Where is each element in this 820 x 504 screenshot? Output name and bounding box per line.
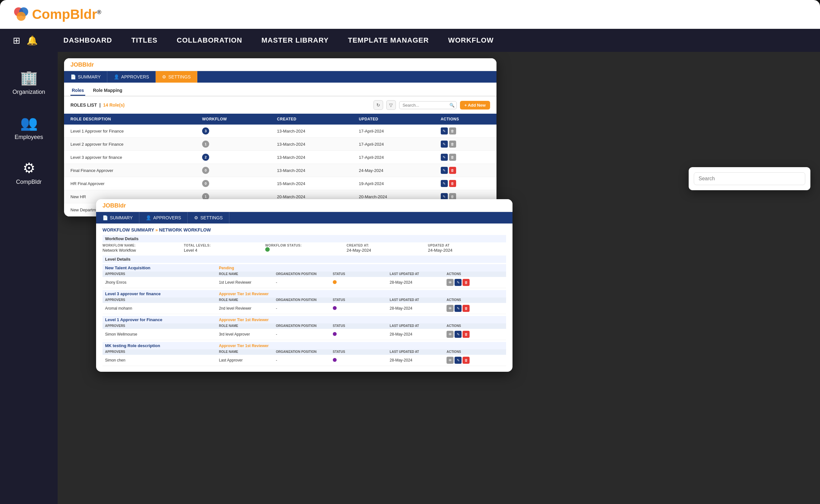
workflow-name-label: WORKFLOW NAME: [102,244,181,247]
tab-settings-label-1: SETTINGS [168,74,191,79]
sub-tabs-1: Roles Role Mapping [64,83,497,96]
nav-master-library[interactable]: MASTER LIBRARY [261,36,329,45]
jobbldr-suffix-2: Bldr [114,202,126,209]
nav-titles[interactable]: TITLES [131,36,158,45]
search-icon: 🔍 [450,103,455,108]
levels-container: New Talent Acquisition Pending APPROVERS… [102,264,506,366]
edit-button[interactable]: ✎ [441,127,448,134]
cell-updated: 24-May-2024 [352,164,434,177]
level-edit-button[interactable]: ✎ [455,305,462,312]
cell-role: Level 2 approver for Finance [64,138,196,151]
employees-icon: 👥 [20,115,38,131]
level-status: Approver Tier 1st Reviewer [219,344,276,348]
level-org-pos: - [276,306,333,311]
tab-settings-2[interactable]: ⚙ SETTINGS [188,212,229,224]
edit-button[interactable]: ✎ [441,180,448,187]
breadcrumb: WORKFLOW SUMMARY » NETWORK WORKFLOW [102,227,506,232]
edit-button[interactable]: ✎ [441,141,448,148]
delete-button[interactable]: 🗑 [449,141,456,148]
top-bar: CompBldr® [0,0,820,29]
tab-settings-1[interactable]: ⚙ SETTINGS [156,71,197,83]
delete-button[interactable]: 🗑 [449,167,456,174]
breadcrumb-main: WORKFLOW SUMMARY [102,227,154,232]
edit-button[interactable]: ✎ [441,154,448,161]
action-buttons: ✎ 🗑 [441,154,490,161]
level-delete-button[interactable]: 🗑 [463,331,470,338]
cell-actions: ✎ 🗑 [435,138,497,151]
tab-summary-label-2: SUMMARY [110,215,133,220]
col-created: CREATED [271,114,352,125]
workflow-badge: 0 [202,167,209,174]
nav-workflow[interactable]: WORKFLOW [448,36,494,45]
workflow-name-value: Network Workflow [102,248,136,253]
level-status-dot [333,280,390,285]
level-name: New Talent Acquisition [105,265,219,270]
workflow-status-item: WORKFLOW STATUS: [265,244,343,253]
tab-summary-2[interactable]: 📄 SUMMARY [96,212,139,224]
level-row: Simon Wellmourse 3rd level Approver - 28… [102,329,506,340]
tab-approvers-label-1: APPROVERS [121,74,149,79]
cell-actions: ✎ 🗑 [435,177,497,190]
search-input[interactable] [402,103,448,108]
level-view-button[interactable]: 👁 [447,357,454,364]
level-view-button[interactable]: 👁 [447,305,454,312]
level-delete-button[interactable]: 🗑 [463,279,470,286]
level-delete-button[interactable]: 🗑 [463,357,470,364]
delete-button[interactable]: 🗑 [449,127,456,134]
nav-collaboration[interactable]: COLLABORATION [177,36,242,45]
app-container: CompBldr® ⊞ 🔔 DASHBOARD TITLES COLLABORA… [0,0,820,504]
level-view-button[interactable]: 👁 [447,279,454,286]
roles-header: ROLES LIST | 14 Role(s) ↻ ▽ 🔍 + Add New [64,96,497,114]
bell-icon[interactable]: 🔔 [27,35,38,46]
delete-button[interactable]: 🗑 [449,154,456,161]
nav-dashboard[interactable]: DASHBOARD [63,36,112,45]
edit-button[interactable]: ✎ [441,167,448,174]
sub-tab-role-mapping[interactable]: Role Mapping [92,86,124,96]
level-edit-button[interactable]: ✎ [455,331,462,338]
created-at-value: 24-May-2024 [346,248,371,253]
level-org-pos: - [276,332,333,337]
sidebar-item-compbldr[interactable]: ⚙ CompBldr [5,155,53,190]
search-panel-input[interactable] [694,172,805,185]
sub-tab-roles[interactable]: Roles [70,86,85,96]
add-new-button[interactable]: + Add New [460,101,490,110]
level-action-buttons: 👁 ✎ 🗑 [447,305,504,312]
tab-summary-label-1: SUMMARY [78,74,101,79]
created-at-item: CREATED AT: 24-May-2024 [346,244,425,253]
cell-role: Level 3 approver for finance [64,151,196,164]
level-action-buttons: 👁 ✎ 🗑 [447,357,504,364]
col-actions: ACTIONS [435,114,497,125]
level-view-button[interactable]: 👁 [447,331,454,338]
tab-approvers-2[interactable]: 👤 APPROVERS [139,212,188,224]
action-buttons: ✎ 🗑 [441,180,490,187]
sidebar-item-employees[interactable]: 👥 Employees [5,110,53,145]
cell-actions: ✎ 🗑 [435,151,497,164]
level-status-dot [333,358,390,363]
level-delete-button[interactable]: 🗑 [463,305,470,312]
level-header: Level 1 Approver for Finance Approver Ti… [102,316,506,323]
level-section: New Talent Acquisition Pending APPROVERS… [102,264,506,288]
level-edit-button[interactable]: ✎ [455,279,462,286]
total-levels-item: TOTAL LEVELS: Level 4 [184,244,262,253]
sidebar-item-organization[interactable]: 🏢 Organization [5,65,53,100]
level-header: MK testing Role description Approver Tie… [102,342,506,349]
level-status: Approver Tier 1st Reviewer [219,318,276,322]
level-last-updated: 28-May-2024 [390,358,447,362]
level-org-pos: - [276,280,333,285]
tab-summary-1[interactable]: 📄 SUMMARY [64,71,107,83]
nav-icons: ⊞ 🔔 [13,35,38,46]
delete-button[interactable]: 🗑 [449,180,456,187]
cell-role: HR Final Approver [64,177,196,190]
level-role-name: 3rd level Approver [219,332,276,337]
tab-approvers-1[interactable]: 👤 APPROVERS [107,71,156,83]
grid-icon[interactable]: ⊞ [13,35,20,46]
logo-suffix: Bldr [70,7,97,22]
filter-button[interactable]: ▽ [386,100,396,110]
nav-template-manager[interactable]: TEMPLATE MANAGER [348,36,429,45]
window-card-roles: JOBBldr 📄 SUMMARY 👤 APPROVERS ⚙ [64,58,497,216]
roles-actions: ↻ ▽ 🔍 + Add New [373,100,490,110]
jobbldr-suffix: Bldr [82,61,94,68]
cell-updated: 17-April-2024 [352,125,434,138]
refresh-button[interactable]: ↻ [373,100,383,110]
level-edit-button[interactable]: ✎ [455,357,462,364]
